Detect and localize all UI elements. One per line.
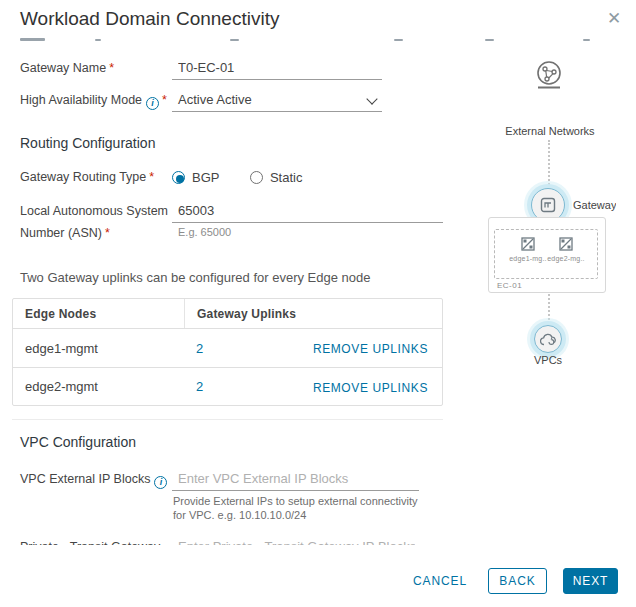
asn-row: Local Autonomous System Number (ASN)* E.… <box>12 200 443 244</box>
vpc-private-label: Private - Transit Gateway IP Blocksi <box>12 536 172 545</box>
edge-node-icon <box>559 237 573 251</box>
routing-type-label: Gateway Routing Type* <box>12 166 172 188</box>
vpc-external-row: VPC External IP Blocksi Provide External… <box>12 468 443 522</box>
close-icon[interactable]: ✕ <box>605 10 623 28</box>
uplinks-count-link[interactable]: 2 <box>196 379 203 394</box>
vpc-private-input[interactable] <box>172 536 419 545</box>
routing-type-row: Gateway Routing Type* BGP Static <box>12 166 443 188</box>
required-marker: * <box>109 61 114 75</box>
vpc-external-helper: Provide External IPs to setup external c… <box>172 491 428 522</box>
gateway-label: Gateway <box>573 199 616 211</box>
radio-static[interactable] <box>250 171 263 184</box>
gateway-name-label: Gateway Name* <box>12 57 172 79</box>
ha-mode-row: High Availability Modei* Active Active <box>12 89 443 112</box>
chevron-down-icon <box>366 93 377 104</box>
edge-node-icon <box>521 237 535 251</box>
required-marker: * <box>105 226 110 240</box>
vpc-configuration-heading: VPC Configuration <box>12 434 443 450</box>
external-networks-label: External Networks <box>505 125 595 137</box>
external-networks-icon <box>535 60 563 90</box>
ha-mode-label: High Availability Modei* <box>12 89 172 111</box>
vpc-external-label: VPC External IP Blocksi <box>12 468 172 490</box>
table-row: edge1-mgmt 2 REMOVE UPLINKS <box>13 329 442 367</box>
workload-domain-connectivity-dialog: Workload Domain Connectivity ✕ Gateway N… <box>0 0 636 607</box>
remove-uplinks-link[interactable]: REMOVE UPLINKS <box>313 381 428 395</box>
connector-gateway-vpcs <box>548 294 550 324</box>
table-header-row: Edge Nodes Gateway Uplinks <box>13 299 442 329</box>
asn-label: Local Autonomous System Number (ASN)* <box>12 200 172 244</box>
vpcs-node <box>534 325 562 353</box>
back-button[interactable]: BACK <box>488 568 547 594</box>
cancel-button[interactable]: CANCEL <box>413 574 467 588</box>
col-header-edge-nodes: Edge Nodes <box>13 307 184 321</box>
radio-bgp-label[interactable]: BGP <box>192 170 219 185</box>
asn-input[interactable] <box>172 200 443 223</box>
table-row: edge2-mgmt 2 REMOVE UPLINKS <box>13 367 442 405</box>
uplinks-note: Two Gateway uplinks can be configured fo… <box>12 270 443 285</box>
ha-mode-value: Active Active <box>178 92 252 107</box>
col-header-gateway-uplinks: Gateway Uplinks <box>184 299 304 328</box>
edge-nodes-table: Edge Nodes Gateway Uplinks edge1-mgmt 2 … <box>12 298 443 406</box>
edge2-node-label: edge2-mg.. <box>544 255 588 262</box>
gateway-name-input[interactable] <box>172 57 382 80</box>
remove-uplinks-link[interactable]: REMOVE UPLINKS <box>313 342 428 356</box>
connectivity-form: Gateway Name* High Availability Modei* A… <box>12 33 443 545</box>
dialog-scroll-content: Gateway Name* High Availability Modei* A… <box>0 33 616 545</box>
radio-static-label[interactable]: Static <box>270 170 303 185</box>
connector-ext-gateway <box>548 140 550 188</box>
radio-bgp[interactable] <box>172 171 185 184</box>
vpcs-cloud-icon <box>540 333 557 346</box>
info-icon[interactable]: i <box>154 476 167 489</box>
section-divider <box>12 419 443 420</box>
vpcs-label: VPCs <box>534 354 562 366</box>
ha-mode-select[interactable]: Active Active <box>172 89 382 112</box>
edge-cluster-id-label: EC-01 <box>497 281 522 290</box>
required-marker: * <box>162 93 167 107</box>
edge-cluster-dashed-box <box>494 229 598 279</box>
next-button[interactable]: NEXT <box>563 568 618 594</box>
dialog-title: Workload Domain Connectivity <box>20 8 279 30</box>
vpc-private-row: Private - Transit Gateway IP Blocksi Pro… <box>12 536 443 545</box>
routing-configuration-heading: Routing Configuration <box>12 135 443 151</box>
uplinks-count-link[interactable]: 2 <box>196 341 203 356</box>
gateway-icon <box>540 197 556 213</box>
required-marker: * <box>149 170 154 184</box>
asn-helper: E.g. 65000 <box>172 223 443 238</box>
edge-node-name: edge2-mgmt <box>13 379 184 394</box>
edge-node-name: edge1-mgmt <box>13 341 184 356</box>
vpc-external-input[interactable] <box>172 468 419 491</box>
gateway-name-row: Gateway Name* <box>12 57 443 80</box>
info-icon[interactable]: i <box>146 97 159 110</box>
